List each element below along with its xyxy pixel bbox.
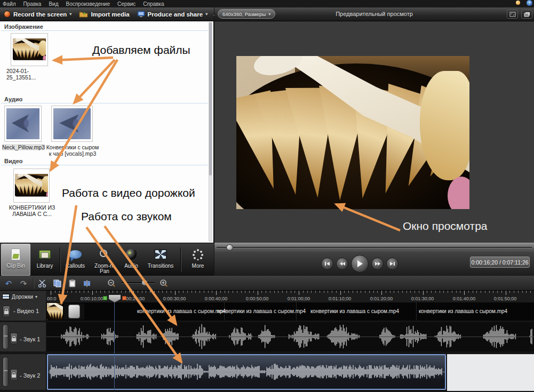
playhead-line (114, 302, 115, 390)
lock-button[interactable] (3, 306, 10, 317)
tip-lightbulb-icon[interactable] (516, 1, 520, 5)
section-title-images: Изображение (4, 23, 43, 30)
copy-button[interactable] (51, 278, 63, 289)
detach-window-button[interactable] (521, 10, 532, 19)
preview-video-frame[interactable] (236, 56, 469, 209)
audio2-track-clip-selected[interactable] (47, 354, 446, 390)
cut-button[interactable] (36, 278, 48, 289)
redo-button[interactable]: ↷ (18, 278, 29, 289)
zoom-n-pan-icon (99, 246, 110, 262)
volume-slider[interactable] (3, 324, 9, 349)
paste-button[interactable] (66, 278, 78, 289)
menu-tools[interactable]: Сервис (117, 1, 136, 7)
audio2-empty-area (447, 354, 534, 391)
produce-icon (137, 11, 145, 18)
tab-audio[interactable]: Audio (121, 244, 142, 276)
annotation-sound-work: Работа со звуком (81, 210, 172, 223)
track-name: - Звук 2 (20, 372, 40, 379)
waveform-centerline (48, 372, 445, 372)
tab-transitions[interactable]: Transitions (144, 244, 177, 276)
clip-bin-scrollbar[interactable] (209, 22, 212, 242)
annotation-add-files: Добавляем файлы (92, 44, 190, 57)
seek-handle[interactable] (226, 244, 233, 251)
transition-block[interactable] (64, 303, 84, 319)
tab-more[interactable]: More (184, 244, 212, 276)
toolbar-separator (33, 278, 34, 289)
chevron-down-icon: ▾ (35, 294, 37, 299)
audio-thumbnail-1[interactable] (4, 106, 42, 142)
play-button[interactable] (351, 255, 369, 273)
clipboard-icon (68, 279, 76, 287)
produce-share-button[interactable]: Produce and share▾ (133, 8, 212, 21)
zoom-out-button[interactable] (106, 278, 117, 289)
menu-view[interactable]: Вид (49, 1, 58, 7)
video-thumbnail[interactable] (13, 169, 50, 203)
padlock-icon (4, 311, 9, 314)
timeline-header-row: Дорожки▾ 00:0 0:00:10;00 0:00:20;00 0:00… (0, 291, 534, 302)
selection-in-marker[interactable] (103, 296, 107, 300)
help-icon[interactable]: ? (527, 0, 532, 6)
tab-clip-bin[interactable]: Clip Bin (1, 244, 30, 276)
tab-separator (180, 247, 181, 272)
camtasia-window: Файл Правка Вид Воспроизведение Сервис С… (0, 0, 534, 392)
clip-label: конвертики из лаваша с сыром.mp4 (410, 308, 516, 314)
menu-help[interactable]: Справка (143, 1, 164, 7)
timeline-toolbar: ↶ ↷ (0, 276, 534, 291)
collapse-toggle[interactable]: - (13, 308, 15, 314)
tab-bar: Clip Bin Library Callouts Zoom-n-Pan Aud… (0, 243, 214, 276)
library-icon (39, 246, 51, 262)
image-thumbnail[interactable] (11, 33, 48, 66)
record-icon (4, 11, 11, 18)
ruler-label: 0:01:40;00 (445, 296, 483, 301)
audio-file-label-2: Конвертики с сыром к чаю [vocals].mp3 (46, 144, 99, 157)
import-folder-icon (79, 11, 88, 18)
tab-callouts[interactable]: Callouts (62, 244, 89, 276)
image-file-label: 2024-01-25_13551... (6, 68, 54, 81)
track-name: - Видео 1 (13, 308, 39, 314)
more-icon (192, 246, 204, 262)
selection-out-marker[interactable] (122, 296, 126, 300)
padlock-icon (12, 374, 16, 378)
audio-thumbnail-2[interactable] (51, 106, 93, 142)
clip-label: конвертики из лаваша с сыром.mp4 (208, 308, 315, 314)
undo-button[interactable]: ↶ (3, 278, 14, 289)
fullscreen-button[interactable] (507, 10, 518, 19)
tab-separator (60, 247, 61, 272)
ruler-label: 0:00:40;00 (197, 296, 235, 301)
split-button[interactable] (81, 278, 93, 289)
tab-library[interactable]: Library (32, 244, 58, 276)
zoom-slider-handle[interactable] (142, 280, 147, 285)
collapse-toggle[interactable]: - (20, 372, 22, 379)
menu-play[interactable]: Воспроизведение (66, 1, 110, 7)
tab-zoom-n-pan[interactable]: Zoom-n-Pan (90, 244, 119, 276)
cascade-windows-icon (524, 12, 530, 17)
record-screen-button[interactable]: Record the screen▾ (0, 8, 75, 21)
annotation-preview-window: Окно просмотра (403, 220, 488, 233)
menu-edit[interactable]: Правка (23, 1, 42, 7)
lock-button[interactable] (10, 333, 18, 345)
seek-groove (217, 247, 532, 249)
scrollbar-thumb[interactable] (209, 22, 212, 175)
skip-back-icon (324, 261, 330, 266)
chevron-down-icon: ▾ (69, 12, 71, 17)
collapse-toggle[interactable]: - (20, 336, 22, 342)
timeline-zoom-slider[interactable] (122, 282, 155, 284)
seek-bar[interactable] (214, 243, 534, 252)
lock-button[interactable] (10, 369, 18, 381)
fast-forward-button[interactable] (371, 258, 384, 270)
import-media-button[interactable]: Import media (75, 8, 133, 21)
menu-file[interactable]: Файл (3, 1, 16, 7)
time-display: 0:00:16;20 / 0:07:11;26 (470, 257, 530, 268)
audio1-track-clip[interactable] (46, 322, 534, 351)
video-track-clip[interactable]: конвертики из лаваша с сыром.mp4 конверт… (46, 302, 534, 321)
zoom-out-icon (107, 279, 116, 287)
ruler-label: 00:0 (47, 296, 61, 301)
prev-frame-button[interactable] (321, 258, 333, 270)
transition-icon (68, 305, 80, 318)
next-frame-button[interactable] (386, 258, 398, 270)
zoom-in-button[interactable] (158, 278, 170, 289)
rewind-button[interactable] (336, 258, 348, 270)
track-header-audio1: - Звук 1 (0, 322, 46, 351)
tracks-dropdown[interactable]: Дорожки▾ (0, 291, 46, 302)
volume-slider[interactable] (3, 357, 9, 387)
